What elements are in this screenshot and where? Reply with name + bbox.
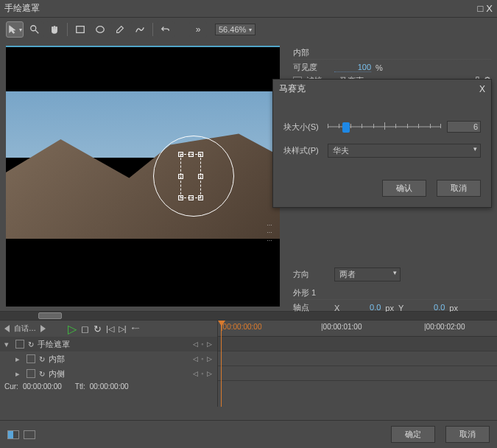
dialog-ok-button[interactable]: 确认 [382,180,426,197]
dialog-title: 马赛克 [279,83,306,95]
cur-label: Cur: [4,382,18,391]
window-title: 手绘遮罩 [4,2,40,15]
ellipse-tool[interactable] [91,21,109,38]
slider-handle[interactable] [342,122,350,133]
scrollbar-thumb[interactable] [38,312,62,319]
svg-point-3 [96,27,105,33]
track-name: 内侧 [49,368,65,379]
keyframe-nav[interactable]: ◁ ◦ ▷ [193,370,213,377]
dialog-close-icon[interactable]: X [479,84,485,94]
loop-small-icon[interactable]: ↻ [39,355,45,363]
track-checkbox[interactable] [27,354,35,363]
timeline-scrollbar[interactable] [0,312,497,321]
svg-rect-2 [77,27,85,33]
track-checkbox[interactable] [27,369,35,378]
block-style-value: 华夫 [333,146,349,155]
time-1: |00:00:01:00 [321,323,362,331]
unit-px: px [385,304,394,312]
toolbar: ▾ » 56.46%▾ [0,18,497,41]
track-name: 内部 [49,354,65,365]
expand-tool[interactable]: » [189,21,207,38]
next-icon[interactable] [40,325,46,332]
block-size-input[interactable] [447,121,481,133]
time-2: |00:00:02:00 [424,323,465,331]
cancel-button[interactable]: 取消 [445,426,490,443]
preview-canvas[interactable]: ……… [6,46,280,307]
mark-in-icon[interactable]: ◻ [81,323,89,335]
layout-toggle-2[interactable] [24,430,35,439]
separator [67,23,68,36]
timeline-tracks[interactable]: |00:00:00:00 |00:00:01:00 |00:00:02:00 [218,321,497,407]
block-size-slider[interactable] [328,120,441,133]
block-size-label: 块大小(S) [283,122,322,133]
bottom-bar: 确定 取消 [0,420,497,448]
close-icon[interactable]: X [486,3,493,14]
visibility-label: 可见度 [293,62,330,73]
y-label: Y [398,304,403,312]
block-style-label: 块样式(P) [283,145,322,156]
maximize-icon[interactable]: □ [477,3,483,14]
loop-small-icon[interactable]: ↻ [39,370,45,378]
direction-value: 两者 [339,270,356,279]
time-ruler[interactable]: |00:00:00:00 |00:00:01:00 |00:00:02:00 [218,321,497,337]
expand-icon[interactable]: ▸ [15,354,23,364]
undo-tool[interactable] [157,21,175,38]
curve-icon[interactable]: ⬳ [131,324,139,333]
pen-tool[interactable] [111,21,129,38]
inner-group-header: 内部 [293,47,491,60]
pointer-tool[interactable]: ▾ [6,21,24,38]
loop-small-icon[interactable]: ↻ [28,340,34,349]
separator [152,23,153,36]
x-label: X [334,304,339,312]
ttl-label: Ttl: [75,382,85,391]
visibility-unit: % [376,63,383,72]
preview-pane: ……… [0,41,287,311]
freehand-tool[interactable] [131,21,149,38]
keyframe-nav[interactable]: ◁ ◦ ▷ [193,340,213,348]
prev-icon[interactable] [4,325,10,332]
unit-px: px [449,304,458,312]
keyframe-nav[interactable]: ◁ ◦ ▷ [193,355,213,363]
zoom-input[interactable]: 56.46%▾ [215,24,255,35]
track-checkbox[interactable] [15,340,24,349]
direction-dropdown[interactable]: 两者 [334,267,401,281]
dialog-cancel-button[interactable]: 取消 [437,180,481,197]
block-style-dropdown[interactable]: 华夫 [328,144,481,158]
mosaic-dialog: 马赛克 X 块大小(S) 块样式(P) 华夫 确认 取消 [272,79,492,208]
expand-icon[interactable]: ▾ [4,340,12,349]
playhead[interactable] [221,321,222,407]
expand-icon[interactable]: ▸ [15,369,23,379]
track-name: 手绘遮罩 [38,339,70,350]
rect-selection[interactable] [180,154,201,198]
prev-kf-icon[interactable]: |◁ [106,324,114,334]
direction-label: 方向 [293,269,330,280]
track-select[interactable]: 自话… [14,323,36,334]
cur-time: 00:00:00:00 [23,382,62,391]
time-0: |00:00:00:00 [221,323,261,331]
shape-group-header: 外形 1 [293,287,491,300]
next-kf-icon[interactable]: ▷| [119,324,127,334]
layout-toggle-1[interactable] [7,430,19,439]
svg-line-1 [35,30,38,33]
hand-tool[interactable] [46,21,63,38]
rectangle-tool[interactable] [71,21,89,38]
ttl-time: 00:00:00:00 [90,382,129,391]
loop-icon[interactable]: ↻ [94,323,102,335]
timeline-panel: 自话… ▷ ◻ ↻ |◁ ▷| ⬳ ▾ ↻ 手绘遮罩 ◁ ◦ ▷ ▸ ↻ [0,311,497,407]
ok-button[interactable]: 确定 [391,426,435,443]
zoom-tool[interactable] [26,21,43,38]
svg-point-0 [31,26,36,31]
visibility-value[interactable]: 100 [334,63,371,72]
preview-image: ……… [6,91,280,253]
play-button[interactable]: ▷ [68,322,77,336]
zoom-value: 56.46% [219,25,246,34]
